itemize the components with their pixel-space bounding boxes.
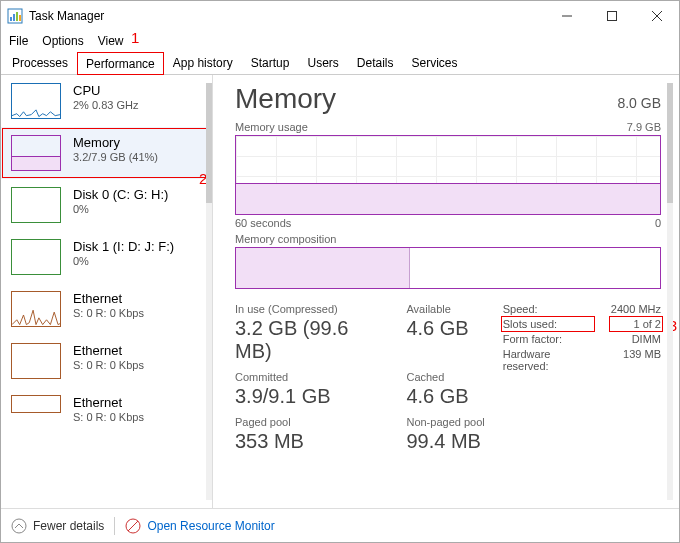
tab-strip: Processes Performance App history Startu… [1, 51, 679, 75]
tab-processes[interactable]: Processes [3, 51, 77, 74]
title-bar: Task Manager [1, 1, 679, 31]
usage-max: 7.9 GB [627, 121, 661, 133]
svg-rect-6 [607, 12, 616, 21]
menu-bar: File Options View 1 [1, 31, 679, 51]
menu-file[interactable]: File [9, 34, 28, 48]
memory-usage-graph[interactable] [235, 135, 661, 215]
footer-bar: Fewer details Open Resource Monitor [1, 508, 679, 542]
committed-value: 3.9/9.1 GB [235, 385, 380, 408]
svg-line-11 [128, 521, 138, 531]
eth0-thumbnail-chart [11, 291, 61, 327]
hw-value: 139 MB [611, 348, 661, 372]
speed-value: 2400 MHz [611, 303, 661, 315]
nonpaged-value: 99.4 MB [406, 430, 484, 453]
eth1-label: Ethernet [73, 343, 144, 358]
fewer-details-button[interactable]: Fewer details [11, 518, 104, 534]
sidebar-item-eth2[interactable]: Ethernet S: 0 R: 0 Kbps [1, 387, 212, 431]
resource-monitor-icon [125, 518, 141, 534]
available-value: 4.6 GB [406, 317, 484, 363]
chevron-up-circle-icon [11, 518, 27, 534]
cached-label: Cached [406, 371, 484, 383]
eth2-sub: S: 0 R: 0 Kbps [73, 411, 144, 423]
eth1-thumbnail-chart [11, 343, 61, 379]
close-button[interactable] [634, 1, 679, 31]
disk0-thumbnail-chart [11, 187, 61, 223]
tab-details[interactable]: Details [348, 51, 403, 74]
tab-performance[interactable]: Performance [77, 52, 164, 75]
usage-label: Memory usage [235, 121, 308, 133]
detail-scrollbar[interactable] [667, 83, 673, 500]
inuse-value: 3.2 GB (99.6 MB) [235, 317, 380, 363]
available-label: Available [406, 303, 484, 315]
sidebar-item-disk0[interactable]: Disk 0 (C: G: H:) 0% [1, 179, 212, 231]
performance-sidebar: CPU 2% 0.83 GHz Memory 3.2/7.9 GB (41%) … [1, 75, 213, 508]
menu-view[interactable]: View [98, 34, 124, 48]
nonpaged-label: Non-paged pool [406, 416, 484, 428]
window-title: Task Manager [29, 9, 104, 23]
form-value: DIMM [611, 333, 661, 345]
tab-users[interactable]: Users [298, 51, 347, 74]
menu-options[interactable]: Options [42, 34, 83, 48]
tab-app-history[interactable]: App history [164, 51, 242, 74]
minimize-button[interactable] [544, 1, 589, 31]
memory-composition-graph[interactable] [235, 247, 661, 289]
cpu-thumbnail-chart [11, 83, 61, 119]
disk1-label: Disk 1 (I: D: J: F:) [73, 239, 174, 254]
sidebar-item-eth1[interactable]: Ethernet S: 0 R: 0 Kbps [1, 335, 212, 387]
committed-label: Committed [235, 371, 380, 383]
annotation-1: 1 [131, 29, 139, 46]
memory-label: Memory [73, 135, 158, 150]
eth0-label: Ethernet [73, 291, 144, 306]
speed-label: Speed: [503, 303, 593, 315]
memory-thumbnail-chart [11, 135, 61, 171]
cached-value: 4.6 GB [406, 385, 484, 408]
disk0-label: Disk 0 (C: G: H:) [73, 187, 168, 202]
fewer-details-label: Fewer details [33, 519, 104, 533]
eth2-thumbnail-chart [11, 395, 61, 413]
detail-total: 8.0 GB [617, 95, 661, 111]
cpu-sub: 2% 0.83 GHz [73, 99, 138, 111]
tab-services[interactable]: Services [403, 51, 467, 74]
disk0-sub: 0% [73, 203, 168, 215]
eth2-label: Ethernet [73, 395, 144, 410]
open-resource-monitor-link[interactable]: Open Resource Monitor [125, 518, 274, 534]
paged-label: Paged pool [235, 416, 380, 428]
slots-value: 1 of 2 [611, 318, 661, 330]
paged-value: 353 MB [235, 430, 380, 453]
sidebar-item-disk1[interactable]: Disk 1 (I: D: J: F:) 0% [1, 231, 212, 283]
footer-divider [114, 517, 115, 535]
slots-label: Slots used: [503, 318, 593, 330]
maximize-button[interactable] [589, 1, 634, 31]
sidebar-scrollbar[interactable] [206, 83, 212, 500]
svg-point-9 [12, 519, 26, 533]
cpu-label: CPU [73, 83, 138, 98]
detail-title: Memory [235, 83, 336, 115]
tab-startup[interactable]: Startup [242, 51, 299, 74]
svg-rect-4 [19, 15, 21, 21]
svg-rect-2 [13, 14, 15, 21]
inuse-label: In use (Compressed) [235, 303, 380, 315]
svg-rect-1 [10, 17, 12, 21]
disk1-sub: 0% [73, 255, 174, 267]
form-label: Form factor: [503, 333, 593, 345]
sidebar-item-cpu[interactable]: CPU 2% 0.83 GHz [1, 75, 212, 127]
sidebar-item-memory[interactable]: Memory 3.2/7.9 GB (41%) [1, 127, 212, 179]
disk1-thumbnail-chart [11, 239, 61, 275]
open-resource-monitor-label: Open Resource Monitor [147, 519, 274, 533]
axis-right: 0 [655, 217, 661, 229]
composition-label: Memory composition [235, 233, 336, 245]
svg-rect-3 [16, 12, 18, 21]
axis-left: 60 seconds [235, 217, 291, 229]
app-icon [7, 8, 23, 24]
hw-label: Hardware reserved: [503, 348, 593, 372]
eth1-sub: S: 0 R: 0 Kbps [73, 359, 144, 371]
sidebar-item-eth0[interactable]: Ethernet S: 0 R: 0 Kbps [1, 283, 212, 335]
eth0-sub: S: 0 R: 0 Kbps [73, 307, 144, 319]
memory-detail-panel: Memory 8.0 GB Memory usage 7.9 GB 60 sec… [213, 75, 679, 508]
memory-sub: 3.2/7.9 GB (41%) [73, 151, 158, 163]
